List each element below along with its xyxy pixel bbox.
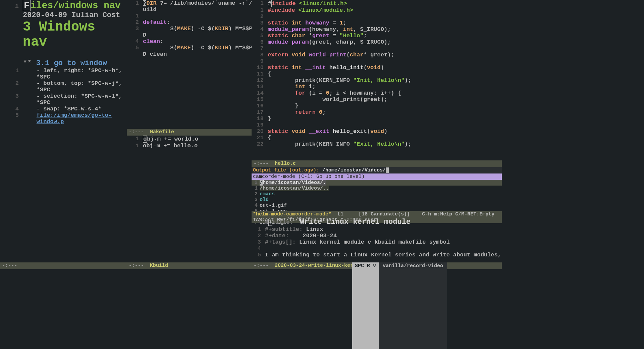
org-pane[interactable]: 1#+title: Write Linux kernel module1#+su… [252,218,502,262]
code-line[interactable]: 19 [252,122,502,128]
code-line[interactable]: 15 world_print(greet); [252,96,502,103]
code-line[interactable]: 5static char *greet = "Hello"; [252,33,502,39]
subsection-heading: ** 3.1 go to window [6,59,127,67]
hello-c-pane[interactable]: 1#include <linux/init.h>1#include <linux… [252,0,502,160]
keybinding-label: SPC R v [352,262,379,349]
code-line[interactable]: 6module_param(greet, charp, S_IRUGO); [252,39,502,45]
list-item: 1 - left, right: *SPC-w-h*, *SPC [6,67,127,80]
section-heading: 3 Windows nav [6,19,127,50]
code-line[interactable]: 5I am thinking to start a Linux Kernel s… [252,252,502,258]
code-line[interactable]: 1obj-m += hello.o [127,143,252,149]
code-line[interactable]: 17 return 0; [252,109,502,115]
code-line[interactable]: 3 $(MAKE) -C $(KDIR) M=$$PW [127,26,252,32]
kbuild-pane[interactable]: 1obj-m += world.o1obj-m += hello.o [127,136,252,262]
kbuild-modeline: -:--- Kbuild [127,262,252,269]
code-line[interactable]: 1#include <linux/init.h> [252,0,502,7]
code-line[interactable]: 18} [252,115,502,122]
date-author: 2020-04-09 Iulian Cost [6,11,127,19]
list-item: 2 - bottom, top: *SPC-w-j*, *SPC [6,80,127,93]
code-line[interactable]: 3static int howmany = 1; [252,20,502,26]
code-line[interactable]: uild [127,6,252,13]
hello-c-modeline: -:--- hello.c [252,160,502,167]
code-line[interactable]: 16 } [252,103,502,109]
helm-candidate[interactable]: 1/home/icostan/Videos/.. [252,186,502,191]
command-name: vanilla/record-video [379,262,447,349]
code-line[interactable]: 12 printk(KERN_INFO "Init, Hello\n"); [252,77,502,84]
heading-line: 1 Files/windows nav [6,0,127,11]
code-line[interactable]: 4clean: [127,38,252,45]
code-line[interactable]: 1#include <linux/module.h> [252,7,502,13]
code-line[interactable]: 2 [252,13,502,20]
code-line[interactable]: D clean [127,51,252,57]
code-line[interactable]: 1#+subtitle: Linux [252,226,502,233]
code-line[interactable]: 5 $(MAKE) -C $(KDIR) M=$$PW [127,45,252,51]
list-item: 5 file:/img/emacs/go-to-window.p [6,112,127,125]
helm-candidate[interactable]: 4out-1.gif [252,203,502,208]
code-line[interactable]: 20static void __exit hello_exit(void) [252,128,502,135]
list-item: 4 - swap: *SPC-w-s-4* [6,106,127,112]
code-line[interactable]: 2#+date: 2020-03-24 [252,233,502,239]
code-line[interactable]: 9 [252,58,502,64]
makefile-pane[interactable]: 1KDIR ?= /lib/modules/`uname -r`/build12… [127,0,252,129]
notes-pane[interactable]: 1 Files/windows nav 2020-04-09 Iulian Co… [6,0,127,268]
code-line[interactable]: 21{ [252,135,502,141]
code-line[interactable]: 22 printk(KERN_INFO "Exit, Hello\n"); [252,141,502,147]
code-line[interactable]: 8extern void world_print(char* greet); [252,52,502,58]
code-line[interactable]: 10static int __init hello_init(void) [252,64,502,71]
code-line[interactable]: 1#+title: Write Linux kernel module [252,218,502,226]
code-line[interactable]: 7 [252,45,502,52]
helm-candidate[interactable]: 3old [252,197,502,203]
helm-candidate[interactable]: 2/home/icostan/Videos/. [252,180,502,186]
which-key-hint: SPC R v vanilla/record-video [352,262,644,349]
code-line[interactable]: 14 for (i = 0; i < howmany; i++) { [252,90,502,96]
code-line[interactable]: 1KDIR ?= /lib/modules/`uname -r`/b [127,0,252,6]
list-item: 3 - selection: *SPC-w-w-1*, *SPC [6,93,127,106]
code-line[interactable]: 2default: [127,19,252,26]
helm-prompt[interactable]: Output file (out.ogv): /home/icostan/Vid… [252,167,502,173]
code-line[interactable]: 3#+tags[]: Linux kernel module c kbuild … [252,239,502,245]
helm-candidate[interactable]: 2emacs [252,191,502,197]
file-link[interactable]: file:/img/emacs/go-to-window.p [37,112,127,125]
code-line[interactable]: 13 int i; [252,84,502,90]
code-line[interactable]: D [127,32,252,38]
code-line[interactable]: 4 [252,245,502,252]
helm-source-header: camcorder-mode (C-l: Go up one level) [252,173,502,180]
code-line[interactable]: 4module_param(howmany, int, S_IRUGO); [252,26,502,33]
code-line[interactable]: 11{ [252,71,502,77]
makefile-modeline: -:--- Makefile [127,129,252,136]
code-line[interactable]: 1 [127,13,252,19]
left-modeline: -:--- [0,262,127,269]
code-line[interactable]: 1obj-m += world.o [127,136,252,143]
